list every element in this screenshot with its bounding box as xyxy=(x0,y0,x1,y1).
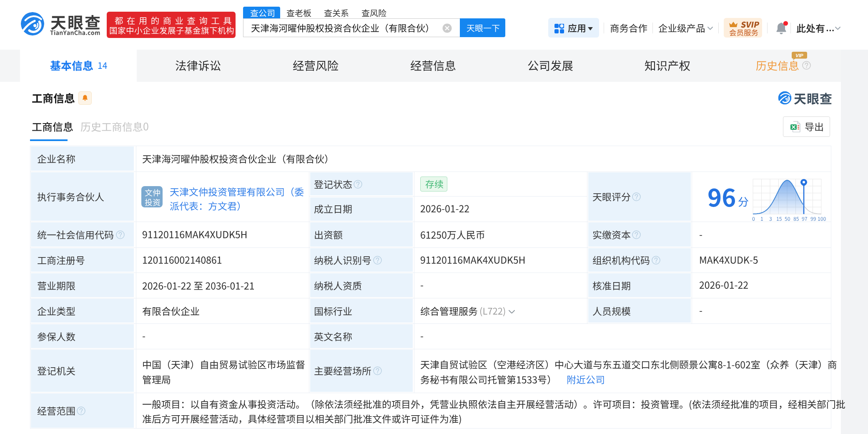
svg-text:VIP: VIP xyxy=(795,53,803,58)
